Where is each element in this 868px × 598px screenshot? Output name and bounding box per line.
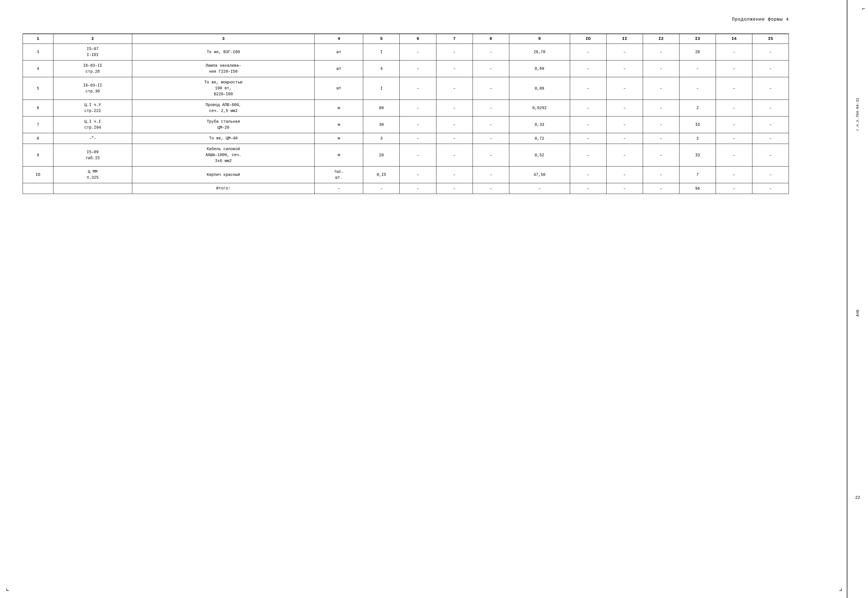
table-cell: 5 xyxy=(23,77,54,100)
table-cell: – xyxy=(643,144,679,166)
table-cell: м xyxy=(315,100,363,117)
table-cell: – xyxy=(570,60,606,77)
table-cell: Лампа накалива– ния Г220–I50 xyxy=(132,60,315,77)
table-cell: 30 xyxy=(363,117,400,133)
table-cell: – xyxy=(570,183,606,194)
table-cell: 7 xyxy=(23,117,54,133)
table-cell: Провод АПВ–660, сеч. 2,5 мм2 xyxy=(132,100,315,117)
table-cell: – xyxy=(752,144,789,166)
table-cell: – xyxy=(716,183,752,194)
table-cell: – xyxy=(606,117,643,133)
table-cell: То же, мощностью 100 вт, Б220–I00 xyxy=(132,77,315,100)
table-cell: – xyxy=(716,60,752,77)
table-cell: – xyxy=(643,133,679,144)
table-cell: – xyxy=(752,77,789,100)
table-row: 3I5–07 I–IOIТо же, ВЗГ–I00штI–––26,70–––… xyxy=(23,44,789,60)
table-cell: – xyxy=(436,133,473,144)
table-cell: 28 xyxy=(679,44,716,60)
table-cell: шт xyxy=(315,77,363,100)
table-cell: 26,70 xyxy=(509,44,570,60)
table-cell: То же, ЦМ–40 xyxy=(132,133,315,144)
table-cell: – xyxy=(643,44,679,60)
table-cell: – xyxy=(400,133,436,144)
table-cell xyxy=(53,183,132,194)
table-cell: – xyxy=(570,44,606,60)
col-header-6: 6 xyxy=(400,34,436,44)
table-cell: IO xyxy=(679,144,716,166)
table-cell: м xyxy=(315,117,363,133)
table-cell: – xyxy=(436,166,473,183)
table-cell: – xyxy=(643,77,679,100)
table-cell: – xyxy=(606,183,643,194)
table-row: IOЦ ММ п.325Кирпич красныйтыс. шт.0,I5––… xyxy=(23,166,789,183)
table-cell: – xyxy=(436,100,473,117)
table-cell: – xyxy=(400,44,436,60)
table-cell: м xyxy=(315,144,363,166)
table-cell: – xyxy=(716,44,752,60)
table-cell: – xyxy=(606,44,643,60)
table-cell: I6–03–II стр.28 xyxy=(53,60,132,77)
table-cell: 9 xyxy=(23,144,54,166)
table-cell: – xyxy=(400,144,436,166)
table-cell: – xyxy=(473,60,509,77)
table-cell: – xyxy=(716,77,752,100)
table-row: Итого:–––––––––96–– xyxy=(23,183,789,194)
table-cell: – xyxy=(679,77,716,100)
col-header-5: 5 xyxy=(363,34,400,44)
col-header-4: 4 xyxy=(315,34,363,44)
table-cell: Ц.I ч.У стр.222 xyxy=(53,100,132,117)
table-cell: – xyxy=(570,100,606,117)
table-cell: – xyxy=(606,100,643,117)
col-header-13: I3 xyxy=(679,34,716,44)
table-cell: 3 xyxy=(363,133,400,144)
main-table: 1 2 3 4 5 6 7 8 9 IO II I2 I3 I4 I5 3I5–… xyxy=(22,33,789,194)
table-cell: 0,0292 xyxy=(509,100,570,117)
table-cell: IO xyxy=(679,117,716,133)
table-cell: 20 xyxy=(363,144,400,166)
table-cell: – xyxy=(752,44,789,60)
table-cell: шт xyxy=(315,60,363,77)
table-cell: – xyxy=(436,77,473,100)
sidebar-label-alsh: АлШ xyxy=(856,310,860,316)
col-header-8: 8 xyxy=(473,34,509,44)
table-cell: – xyxy=(570,133,606,144)
corner-bottom-right: ⌟ xyxy=(839,584,843,592)
table-cell: – xyxy=(570,77,606,100)
table-row: 4I6–03–II стр.28Лампа накалива– ния Г220… xyxy=(23,60,789,77)
table-cell: – xyxy=(716,166,752,183)
table-cell: – xyxy=(752,60,789,77)
table-cell: 80 xyxy=(363,100,400,117)
table-cell: 0,72 xyxy=(509,133,570,144)
table-cell: IO xyxy=(23,166,54,183)
table-cell: – xyxy=(473,100,509,117)
table-cell: – xyxy=(436,117,473,133)
col-header-9: 9 xyxy=(509,34,570,44)
table-cell: – xyxy=(716,100,752,117)
sidebar-label-number: 22 xyxy=(855,495,860,500)
col-header-11: II xyxy=(606,34,643,44)
table-cell: – xyxy=(315,183,363,194)
table-cell: – xyxy=(570,166,606,183)
table-cell: – xyxy=(473,133,509,144)
table-cell: То же, ВЗГ–I00 xyxy=(132,44,315,60)
table-cell: – xyxy=(606,133,643,144)
page-container: ⌐ Продолжение формы 4 1 2 3 4 5 6 7 8 9 … xyxy=(0,0,868,598)
table-cell: – xyxy=(752,166,789,183)
col-header-7: 7 xyxy=(436,34,473,44)
table-cell: – xyxy=(400,77,436,100)
table-cell: Ц ММ п.325 xyxy=(53,166,132,183)
table-cell: – xyxy=(363,183,400,194)
table-cell: – xyxy=(473,44,509,60)
table-cell: 96 xyxy=(679,183,716,194)
table-cell: – xyxy=(716,144,752,166)
table-cell: – xyxy=(643,183,679,194)
table-cell: I xyxy=(363,77,400,100)
table-cell: – xyxy=(606,77,643,100)
table-cell xyxy=(23,183,54,194)
table-cell: – xyxy=(436,144,473,166)
table-cell: – xyxy=(400,117,436,133)
col-header-1: 1 xyxy=(23,34,54,44)
table-cell: – xyxy=(752,133,789,144)
table-cell: – xyxy=(570,144,606,166)
table-cell: – xyxy=(752,100,789,117)
